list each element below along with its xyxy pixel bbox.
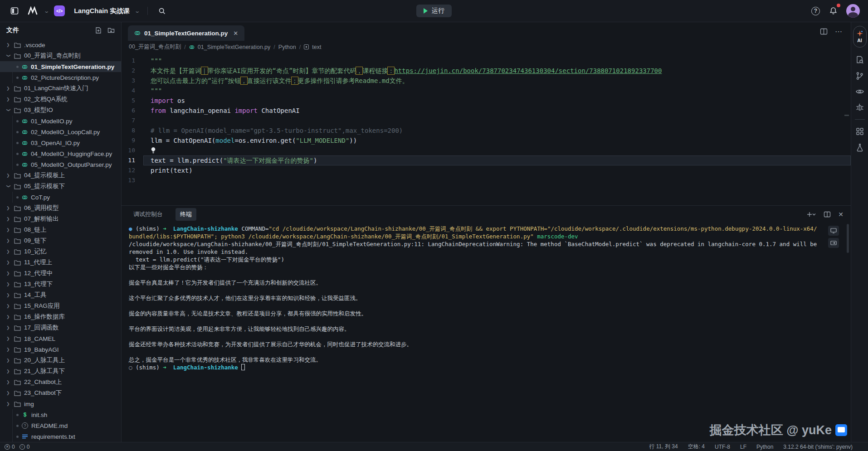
- tree-folder[interactable]: ❯.vscode: [0, 39, 121, 50]
- tree-file[interactable]: $init.sh: [0, 409, 121, 420]
- code-line[interactable]: 7: [122, 116, 851, 126]
- tree-folder[interactable]: ❯13_代理下: [0, 279, 121, 290]
- code-link[interactable]: https://juejin.cn/book/73877023474361303…: [394, 67, 662, 74]
- tree-folder[interactable]: ❯img: [0, 398, 121, 409]
- tree-file[interactable]: 05_ModelIO_OutputParser.py: [0, 159, 121, 170]
- tree-folder[interactable]: ❯00_开篇词_奇点时刻: [0, 50, 121, 61]
- tree-folder[interactable]: ❯18_CAMEL: [0, 333, 121, 344]
- chevron-down-icon[interactable]: ❯: [6, 54, 11, 58]
- chevron-right-icon[interactable]: ❯: [6, 380, 11, 384]
- tree-folder[interactable]: ❯09_链下: [0, 235, 121, 246]
- chevron-right-icon[interactable]: ❯: [6, 249, 11, 254]
- chevron-right-icon[interactable]: ❯: [6, 282, 11, 286]
- chevron-right-icon[interactable]: ❯: [6, 228, 11, 232]
- eol-setting[interactable]: LF: [740, 444, 746, 450]
- debug-bug-icon[interactable]: [856, 103, 864, 112]
- chevron-right-icon[interactable]: ❯: [6, 206, 11, 210]
- git-branch-icon[interactable]: [855, 72, 864, 80]
- chevron-right-icon[interactable]: ❯: [6, 271, 11, 276]
- code-editor[interactable]: 1"""2本文件是【开篇词｜带你亲证AI应用开发的“奇点”时刻】章节的配套代码，…: [122, 53, 851, 205]
- lightbulb-icon[interactable]: [151, 146, 156, 156]
- tree-file[interactable]: 01_SimpleTextGeneration.py: [0, 61, 121, 72]
- code-line[interactable]: 2本文件是【开篇词｜带你亲证AI应用开发的“奇点”时刻】章节的配套代码，课程链接…: [122, 66, 851, 76]
- tree-folder[interactable]: ❯17_回调函数: [0, 322, 121, 333]
- cursor-position[interactable]: 行 11, 列 34: [649, 443, 678, 451]
- open-in-window-icon[interactable]: [828, 238, 839, 248]
- tree-folder[interactable]: ❯05_提示模板下: [0, 181, 121, 192]
- breadcrumb-folder[interactable]: 00_开篇词_奇点时刻: [129, 43, 181, 51]
- tree-folder[interactable]: ❯12_代理中: [0, 268, 121, 279]
- notifications-bell-icon[interactable]: [827, 5, 839, 17]
- avatar[interactable]: [846, 4, 860, 18]
- chevron-right-icon[interactable]: ❯: [6, 391, 11, 395]
- tree-folder[interactable]: ❯23_Chatbot下: [0, 388, 121, 398]
- chevron-down-icon[interactable]: ❯: [6, 108, 11, 113]
- chevron-right-icon[interactable]: ❯: [6, 304, 11, 308]
- file-tree[interactable]: ❯.vscode❯00_开篇词_奇点时刻01_SimpleTextGenerat…: [0, 39, 121, 442]
- tree-folder[interactable]: ❯07_解析输出: [0, 213, 121, 224]
- tree-folder[interactable]: ❯19_BabyAGI: [0, 344, 121, 355]
- close-icon[interactable]: ✕: [233, 30, 238, 37]
- chevron-right-icon[interactable]: ❯: [6, 358, 11, 363]
- chevron-right-icon[interactable]: ❯: [6, 97, 11, 102]
- layout-toggle-icon[interactable]: [8, 5, 21, 17]
- new-file-icon[interactable]: [95, 27, 102, 34]
- chevron-right-icon[interactable]: ❯: [6, 217, 11, 221]
- tree-folder[interactable]: ❯22_Chatbot上: [0, 377, 121, 388]
- tree-folder[interactable]: ❯03_模型IO: [0, 105, 121, 116]
- tree-file[interactable]: 04_ModelIO_HuggingFace.py: [0, 148, 121, 159]
- terminal-scrollbar[interactable]: [847, 224, 849, 253]
- close-panel-icon[interactable]: ✕: [838, 211, 844, 218]
- tree-folder[interactable]: ❯16_操作数据库: [0, 311, 121, 322]
- tree-file[interactable]: 01_ModelIO.py: [0, 116, 121, 126]
- tree-folder[interactable]: ❯04_提示模板上: [0, 170, 121, 181]
- tab-debug-console[interactable]: 调试控制台: [129, 208, 167, 221]
- tree-file[interactable]: CoT.py: [0, 192, 121, 203]
- tree-file[interactable]: requirements.txt: [0, 431, 121, 442]
- search-icon[interactable]: [156, 5, 169, 17]
- more-actions-icon[interactable]: ⋯: [835, 27, 843, 36]
- chevron-right-icon[interactable]: ❯: [6, 325, 11, 330]
- split-editor-icon[interactable]: [820, 28, 828, 35]
- tree-folder[interactable]: ❯01_LangChain快速入门: [0, 83, 121, 94]
- chevron-right-icon[interactable]: ❯: [6, 402, 11, 406]
- preview-eye-icon[interactable]: [855, 88, 864, 95]
- code-line[interactable]: 10: [122, 145, 851, 155]
- encoding[interactable]: UTF-8: [715, 444, 730, 450]
- tree-file[interactable]: 02_PictureDescription.py: [0, 72, 121, 83]
- chevron-right-icon[interactable]: ❯: [6, 315, 11, 319]
- errors-badge[interactable]: ✕ 0: [5, 444, 15, 450]
- file-search-icon[interactable]: [855, 55, 864, 64]
- breadcrumb-symbol[interactable]: text: [312, 44, 321, 50]
- code-line[interactable]: 3您可以点击最上方的“运行”按钮，直接运行该文件；更多操作指引请参考Readme…: [122, 76, 851, 86]
- scrollbar-marker[interactable]: [844, 115, 849, 116]
- chevron-down-icon[interactable]: ❯: [6, 184, 11, 189]
- code-line[interactable]: 13: [122, 175, 851, 185]
- language-mode[interactable]: Python: [756, 444, 773, 450]
- tree-folder[interactable]: ❯15_RAG应用: [0, 301, 121, 311]
- chevron-right-icon[interactable]: ❯: [6, 173, 11, 178]
- code-line[interactable]: 11text = llm.predict("请表达一下对掘金平台的赞扬"): [122, 155, 851, 165]
- code-line[interactable]: 1""": [122, 56, 851, 66]
- chevron-right-icon[interactable]: ❯: [6, 260, 11, 265]
- terminal-output[interactable]: ● (shims) ➜ LangChain-shizhanke COMMAND=…: [122, 223, 851, 442]
- chevron-down-icon[interactable]: ⌄: [134, 8, 140, 14]
- tab-terminal[interactable]: 终端: [176, 208, 196, 221]
- code-line[interactable]: 5import os: [122, 96, 851, 106]
- tree-folder[interactable]: ❯10_记忆: [0, 246, 121, 257]
- code-line[interactable]: 9llm = ChatOpenAI(model=os.environ.get("…: [122, 136, 851, 145]
- code-line[interactable]: 12print(text): [122, 165, 851, 175]
- code-line[interactable]: 8# llm = OpenAI(model_name="gpt-3.5-turb…: [122, 126, 851, 136]
- tree-folder[interactable]: ❯11_代理上: [0, 257, 121, 268]
- tree-file[interactable]: ?README.md: [0, 420, 121, 431]
- chevron-right-icon[interactable]: ❯: [6, 43, 11, 47]
- chevron-right-icon[interactable]: ❯: [6, 369, 11, 373]
- tree-file[interactable]: 02_ModelIO_LoopCall.py: [0, 126, 121, 137]
- tree-folder[interactable]: ❯06_调用模型: [0, 203, 121, 213]
- breadcrumb-file[interactable]: 01_SimpleTextGeneration.py: [198, 44, 271, 50]
- indent-setting[interactable]: 空格: 4: [688, 443, 705, 451]
- python-interpreter[interactable]: 3.12.2 64-bit ('shims': pyenv): [783, 444, 853, 450]
- test-flask-icon[interactable]: [856, 143, 864, 152]
- new-terminal-icon[interactable]: [806, 211, 816, 218]
- editor-tab[interactable]: 01_SimpleTextGeneration.py ✕: [128, 25, 244, 41]
